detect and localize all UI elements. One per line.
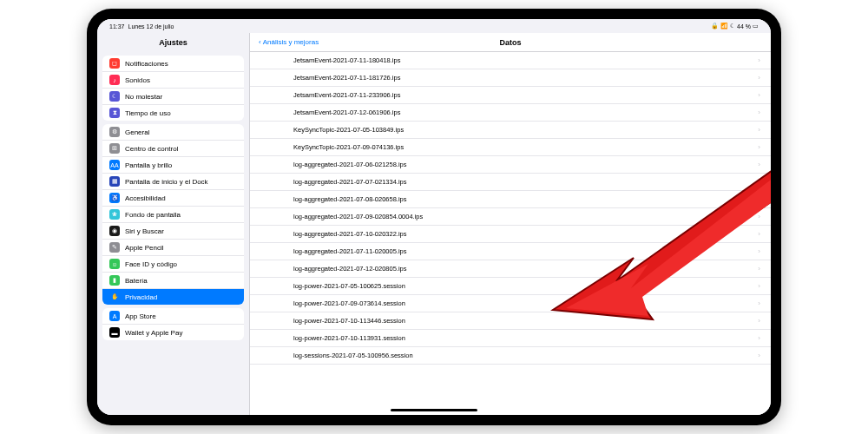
log-file-name: log-aggregated-2021-07-10-020322.ips: [293, 230, 407, 238]
battery-percent: 44 %: [737, 23, 751, 30]
back-button[interactable]: ‹ Análisis y mejoras: [259, 38, 319, 46]
settings-icon: ✋: [109, 292, 120, 302]
sidebar-item-pantalla-de-inicio-y-el-dock[interactable]: ▦Pantalla de inicio y el Dock: [102, 174, 244, 190]
chevron-right-icon: ›: [758, 247, 760, 255]
log-file-row[interactable]: log-aggregated-2021-07-08-020658.ips›: [250, 191, 771, 208]
sidebar-item-pantalla-y-brillo[interactable]: AAPantalla y brillo: [102, 157, 244, 174]
log-file-name: KeySyncTopic-2021-07-09-074136.ips: [293, 143, 404, 151]
log-file-row[interactable]: log-power-2021-07-09-073614.session›: [250, 295, 771, 312]
settings-icon: ♪: [109, 75, 120, 85]
home-indicator[interactable]: [391, 409, 477, 411]
detail-pane: ‹ Análisis y mejoras Datos JetsamEvent-2…: [249, 33, 771, 415]
sidebar-item-fondo-de-pantalla[interactable]: ❀Fondo de pantalla: [102, 207, 244, 223]
chevron-right-icon: ›: [758, 161, 760, 168]
chevron-right-icon: ›: [758, 108, 760, 116]
log-file-row[interactable]: JetsamEvent-2021-07-11-181726.ips›: [250, 69, 771, 87]
sidebar-item-label: Sonidos: [125, 76, 150, 84]
sidebar-item-tiempo-de-uso[interactable]: ⧗Tiempo de uso: [102, 105, 244, 121]
chevron-right-icon: ›: [758, 230, 760, 238]
settings-icon: ⧗: [109, 108, 120, 118]
log-file-row[interactable]: log-power-2021-07-10-113446.session›: [250, 312, 771, 330]
status-time: 11:37: [109, 23, 125, 30]
sidebar-item-no-molestar[interactable]: ☾No molestar: [102, 89, 244, 105]
battery-icon: ▭: [753, 23, 759, 30]
sidebar-item-apple-pencil[interactable]: ✎Apple Pencil: [102, 240, 244, 256]
chevron-left-icon: ‹: [259, 38, 261, 46]
log-file-name: log-aggregated-2021-07-08-020658.ips: [293, 195, 407, 203]
log-file-name: log-power-2021-07-05-100625.session: [293, 282, 405, 290]
settings-icon: ❀: [109, 209, 120, 220]
log-file-name: JetsamEvent-2021-07-12-061906.ips: [293, 108, 400, 116]
chevron-right-icon: ›: [758, 213, 760, 220]
orientation-lock-icon: 🔒: [711, 23, 719, 30]
settings-icon: ☺: [109, 259, 120, 269]
sidebar-item-label: Wallet y Apple Pay: [125, 329, 182, 337]
settings-icon: ◻: [109, 58, 120, 69]
log-file-row[interactable]: log-aggregated-2021-07-09-020854.0004.ip…: [250, 208, 771, 226]
content-area: Ajustes ◻Notificaciones♪Sonidos☾No moles…: [97, 33, 771, 415]
log-file-row[interactable]: KeySyncTopic-2021-07-05-103849.ips›: [250, 122, 771, 139]
sidebar-group: AApp Store▬Wallet y Apple Pay: [102, 308, 244, 340]
sidebar-item-general[interactable]: ⚙General: [102, 124, 244, 141]
sidebar-item-centro-de-control[interactable]: ⊞Centro de control: [102, 141, 244, 157]
chevron-right-icon: ›: [758, 352, 760, 359]
sidebar-item-face-id-y-c-digo[interactable]: ☺Face ID y código: [102, 256, 244, 273]
sidebar-item-label: Notificaciones: [125, 60, 168, 68]
log-file-name: log-sessions-2021-07-05-100956.session: [293, 352, 413, 359]
chevron-right-icon: ›: [758, 195, 760, 203]
sidebar-item-label: Siri y Buscar: [125, 227, 164, 235]
log-file-row[interactable]: JetsamEvent-2021-07-11-180418.ips›: [250, 52, 771, 69]
detail-title: Datos: [499, 38, 521, 47]
detail-header: ‹ Análisis y mejoras Datos: [250, 33, 771, 52]
settings-icon: AA: [109, 160, 120, 170]
back-label: Análisis y mejoras: [263, 38, 319, 46]
sidebar-item-label: Tiempo de uso: [125, 109, 171, 117]
log-file-row[interactable]: log-power-2021-07-05-100625.session›: [250, 278, 771, 295]
log-file-row[interactable]: log-aggregated-2021-07-10-020322.ips›: [250, 226, 771, 243]
log-file-name: log-aggregated-2021-07-07-021334.ips: [293, 178, 407, 186]
settings-icon: ✎: [109, 242, 120, 253]
ipad-device-frame: 11:37 Lunes 12 de julio 🔒 📶 ☾ 44 % ▭ Aju…: [87, 9, 781, 425]
log-file-name: log-aggregated-2021-07-06-021258.ips: [293, 161, 407, 168]
sidebar-item-siri-y-buscar[interactable]: ◉Siri y Buscar: [102, 223, 244, 240]
log-file-row[interactable]: JetsamEvent-2021-07-11-233906.ips›: [250, 87, 771, 104]
sidebar-item-sonidos[interactable]: ♪Sonidos: [102, 72, 244, 89]
log-file-row[interactable]: log-aggregated-2021-07-11-020005.ips›: [250, 243, 771, 260]
chevron-right-icon: ›: [758, 334, 760, 342]
detail-list[interactable]: JetsamEvent-2021-07-11-180418.ips›Jetsam…: [250, 52, 771, 415]
sidebar-item-privacidad[interactable]: ✋Privacidad: [102, 289, 244, 305]
chevron-right-icon: ›: [758, 299, 760, 307]
settings-icon: A: [109, 311, 120, 321]
sidebar-item-notificaciones[interactable]: ◻Notificaciones: [102, 56, 244, 72]
chevron-right-icon: ›: [758, 178, 760, 186]
log-file-name: log-aggregated-2021-07-11-020005.ips: [293, 247, 407, 255]
sidebar-item-label: Privacidad: [125, 293, 157, 301]
log-file-row[interactable]: log-aggregated-2021-07-07-021334.ips›: [250, 174, 771, 191]
chevron-right-icon: ›: [758, 317, 760, 325]
sidebar-item-bater-a[interactable]: ▮Batería: [102, 273, 244, 289]
log-file-row[interactable]: KeySyncTopic-2021-07-09-074136.ips›: [250, 139, 771, 156]
settings-icon: ▮: [109, 275, 120, 286]
sidebar-item-accesibilidad[interactable]: ♿Accesibilidad: [102, 190, 244, 207]
chevron-right-icon: ›: [758, 265, 760, 273]
log-file-name: JetsamEvent-2021-07-11-180418.ips: [293, 56, 400, 64]
log-file-row[interactable]: log-aggregated-2021-07-12-020805.ips›: [250, 260, 771, 278]
sidebar-item-label: Centro de control: [125, 145, 178, 153]
settings-icon: ◉: [109, 226, 120, 236]
log-file-row[interactable]: log-aggregated-2021-07-06-021258.ips›: [250, 156, 771, 174]
log-file-name: KeySyncTopic-2021-07-05-103849.ips: [293, 126, 404, 134]
settings-sidebar: Ajustes ◻Notificaciones♪Sonidos☾No moles…: [97, 33, 249, 415]
chevron-right-icon: ›: [758, 282, 760, 290]
ipad-screen: 11:37 Lunes 12 de julio 🔒 📶 ☾ 44 % ▭ Aju…: [97, 19, 771, 415]
log-file-name: log-power-2021-07-09-073614.session: [293, 299, 405, 307]
sidebar-item-app-store[interactable]: AApp Store: [102, 308, 244, 325]
log-file-row[interactable]: log-sessions-2021-07-05-100956.session›: [250, 347, 771, 365]
sidebar-item-wallet-y-apple-pay[interactable]: ▬Wallet y Apple Pay: [102, 325, 244, 340]
sidebar-item-label: No molestar: [125, 93, 162, 101]
log-file-row[interactable]: JetsamEvent-2021-07-12-061906.ips›: [250, 104, 771, 122]
chevron-right-icon: ›: [758, 56, 760, 64]
settings-icon: ♿: [109, 193, 120, 203]
settings-icon: ⚙: [109, 127, 120, 137]
wifi-icon: 📶: [720, 23, 728, 30]
log-file-row[interactable]: log-power-2021-07-10-113931.session›: [250, 330, 771, 347]
